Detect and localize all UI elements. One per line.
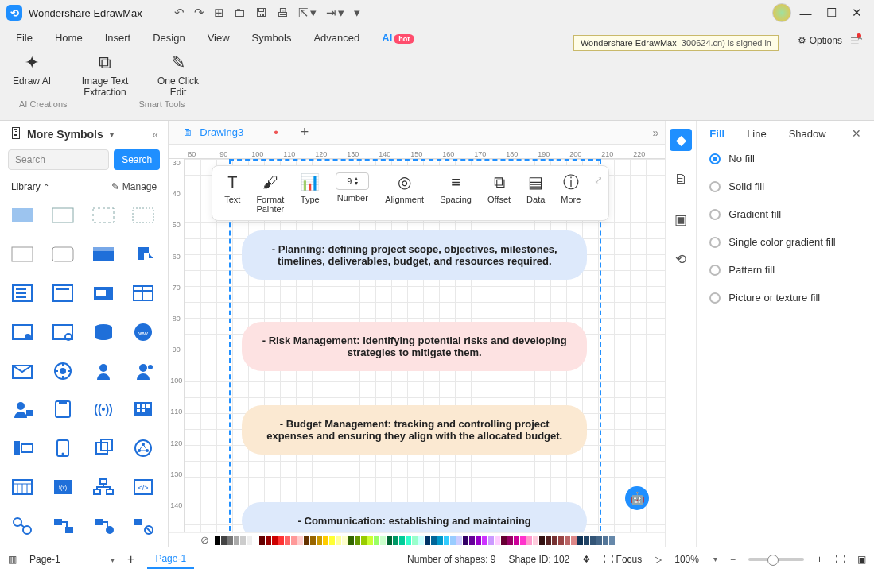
color-swatch[interactable] xyxy=(488,536,494,545)
shape-item[interactable] xyxy=(89,475,118,499)
color-swatch[interactable] xyxy=(221,536,227,545)
color-swatch[interactable] xyxy=(310,536,316,545)
search-input[interactable]: Search xyxy=(8,149,109,170)
color-swatch[interactable] xyxy=(565,536,570,545)
shape-item[interactable] xyxy=(8,203,37,227)
color-swatch[interactable] xyxy=(501,536,507,545)
color-swatch[interactable] xyxy=(571,536,577,545)
focus-button[interactable]: ⛶ Focus xyxy=(604,554,642,565)
add-page-button[interactable]: + xyxy=(127,552,134,567)
menu-home[interactable]: Home xyxy=(55,32,83,44)
shape-card[interactable]: - Risk Management: identifying potential… xyxy=(242,322,587,371)
color-swatch[interactable] xyxy=(596,536,602,545)
shape-item[interactable] xyxy=(89,514,118,538)
rail-layers-icon[interactable]: ▣ xyxy=(670,208,692,230)
shape-item[interactable] xyxy=(49,436,77,460)
shape-item[interactable] xyxy=(129,397,157,421)
color-swatch[interactable] xyxy=(393,536,398,545)
shape-item[interactable] xyxy=(8,514,37,538)
color-swatch[interactable] xyxy=(590,536,596,545)
shape-item[interactable] xyxy=(129,514,157,538)
shape-item[interactable] xyxy=(49,320,77,344)
open-icon[interactable]: 🗀 xyxy=(234,6,246,20)
redo-icon[interactable]: ↷ xyxy=(194,6,204,20)
color-swatch[interactable] xyxy=(456,536,462,545)
layers-icon[interactable]: ❖ xyxy=(582,554,591,565)
color-swatch[interactable] xyxy=(304,536,309,545)
shape-item[interactable] xyxy=(8,281,37,305)
color-swatch[interactable] xyxy=(323,536,328,545)
tb-type[interactable]: 📊Type xyxy=(293,172,327,204)
shape-item[interactable] xyxy=(49,514,77,538)
shape-card[interactable]: - Communication: establishing and mainta… xyxy=(242,502,587,532)
color-swatch[interactable] xyxy=(552,536,557,545)
color-swatch[interactable] xyxy=(577,536,583,545)
new-icon[interactable]: ⊞ xyxy=(214,6,224,20)
expand-canvas-icon[interactable]: » xyxy=(652,126,658,139)
fill-opt-single-gradient[interactable]: Single color gradient fill xyxy=(709,228,861,256)
canvas[interactable]: 30405060708090100110120130140 - Planning… xyxy=(169,159,665,532)
tb-offset[interactable]: ⧉Offset xyxy=(480,172,518,204)
fill-opt-pattern[interactable]: Pattern fill xyxy=(709,256,861,284)
color-swatch[interactable] xyxy=(336,536,341,545)
tb-alignment[interactable]: ◎Alignment xyxy=(378,172,431,204)
save-icon[interactable]: 🖫 xyxy=(255,6,267,20)
menu-insert[interactable]: Insert xyxy=(105,32,131,44)
menu-view[interactable]: View xyxy=(208,32,230,44)
color-swatch[interactable] xyxy=(329,536,335,545)
color-swatch[interactable] xyxy=(253,536,258,545)
color-swatch[interactable] xyxy=(285,536,290,545)
color-swatch[interactable] xyxy=(240,536,246,545)
shape-item[interactable] xyxy=(49,203,77,227)
color-swatch[interactable] xyxy=(234,536,239,545)
color-swatch[interactable] xyxy=(425,536,430,545)
fill-opt-solid[interactable]: Solid fill xyxy=(709,172,861,200)
undo-icon[interactable]: ↶ xyxy=(174,6,185,20)
tab-fill[interactable]: Fill xyxy=(709,128,724,140)
library-dropdown[interactable]: Library ⌃ xyxy=(11,181,49,192)
menu-advanced[interactable]: Advanced xyxy=(313,32,359,44)
color-swatch[interactable] xyxy=(533,536,538,545)
rail-page-icon[interactable]: 🗎 xyxy=(670,168,692,191)
shape-item[interactable] xyxy=(8,475,37,499)
fill-opt-picture[interactable]: Picture or texture fill xyxy=(709,284,861,311)
color-swatch[interactable] xyxy=(367,536,373,545)
zoom-slider[interactable] xyxy=(748,558,804,561)
color-swatch[interactable] xyxy=(514,536,519,545)
shape-item[interactable] xyxy=(89,242,118,266)
print-icon[interactable]: 🖶 xyxy=(277,6,289,20)
shape-item[interactable] xyxy=(89,436,118,460)
color-swatch[interactable] xyxy=(355,536,360,545)
shape-card[interactable]: - Planning: defining project scope, obje… xyxy=(242,230,587,280)
menu-symbols[interactable]: Symbols xyxy=(252,32,292,44)
color-swatch[interactable] xyxy=(259,536,265,545)
shape-item[interactable] xyxy=(8,320,37,344)
shape-item[interactable] xyxy=(129,242,157,266)
shape-item[interactable] xyxy=(8,397,37,421)
options-button[interactable]: ⚙ Options xyxy=(798,35,842,46)
color-swatch[interactable] xyxy=(437,536,443,545)
qat-more-icon[interactable]: ▾ xyxy=(354,6,360,20)
share-icon[interactable]: ⇥▾ xyxy=(326,6,344,20)
tb-data[interactable]: ▤Data xyxy=(519,172,552,204)
shape-item[interactable]: </> xyxy=(129,475,157,499)
shape-item[interactable] xyxy=(89,281,118,305)
close-button[interactable]: ✕ xyxy=(845,3,868,22)
color-swatch[interactable] xyxy=(278,536,284,545)
pin-icon[interactable]: ⤢ xyxy=(589,172,608,188)
color-swatch[interactable] xyxy=(526,536,532,545)
color-swatch[interactable] xyxy=(374,536,379,545)
tab-shadow[interactable]: Shadow xyxy=(789,128,826,140)
color-swatch[interactable] xyxy=(348,536,354,545)
ribbon-one-click-edit[interactable]: ✎ One Click Edit xyxy=(154,52,202,98)
rail-style-icon[interactable]: ◆ xyxy=(670,129,692,151)
fill-opt-no-fill[interactable]: No fill xyxy=(709,145,861,172)
color-swatch[interactable] xyxy=(476,536,481,545)
shape-item[interactable] xyxy=(49,242,77,266)
fullscreen-icon[interactable]: ▣ xyxy=(857,554,866,565)
ai-assistant-fab[interactable]: 🤖 xyxy=(625,486,649,510)
shape-item[interactable] xyxy=(49,281,77,305)
shape-item[interactable] xyxy=(49,359,77,383)
color-swatch[interactable] xyxy=(546,536,551,545)
color-swatch[interactable] xyxy=(584,536,589,545)
